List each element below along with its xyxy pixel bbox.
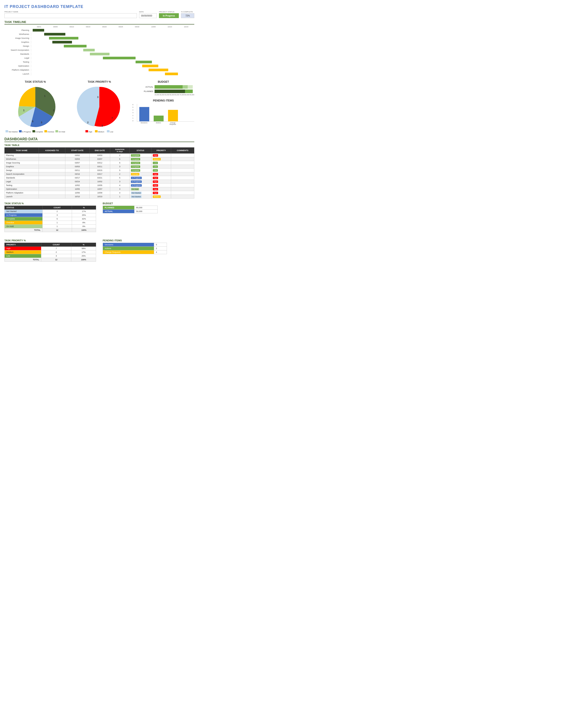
col-task-name: TASK NAME xyxy=(5,148,39,154)
status-legend: Not Started In Progress Complete Overdue… xyxy=(4,130,66,133)
table-row: Change Requests 4 xyxy=(103,250,167,254)
gantt-task-label: Wireframes xyxy=(4,33,31,35)
pending-chart: PENDING ITEMS 6543210 xyxy=(132,99,194,125)
task-status-chart: TASK STATUS % 1 2 1 3 5 Not Started In P… xyxy=(4,80,66,133)
budget-chart: BUDGET ACTUAL PLANNED 20,00030,00040,000… xyxy=(132,80,194,96)
gantt-row: Image Sourcing xyxy=(4,36,194,40)
gantt-row: Platform Adaptation xyxy=(4,68,194,72)
priority-col-count: COUNT xyxy=(41,243,71,247)
table-row: Graphics 03/03 03/11 3 Complete Low xyxy=(5,165,194,169)
gantt-bar xyxy=(49,37,78,39)
pending-section: PENDING ITEMS Decisions 5 Actions 2 Chan… xyxy=(103,239,194,265)
project-name-box[interactable] xyxy=(4,13,137,18)
gantt-task-label: Optimization xyxy=(4,65,31,67)
gantt-task-label: Standards xyxy=(4,53,31,55)
total-row: TOTAL 12 100% xyxy=(5,258,96,262)
svg-text:7: 7 xyxy=(111,117,113,119)
gantt-row: Design xyxy=(4,44,194,48)
table-row: Decisions 5 xyxy=(103,243,167,247)
table-row: Wireframes 03/03 03/07 5 Complete Medium xyxy=(5,157,194,161)
complete-label: % COMPLETE xyxy=(181,11,194,13)
table-row: Optimization 10/05 10/07 3 On Hold High xyxy=(5,187,194,191)
gantt-chart: 08/31 09/05 09/10 09/15 09/20 09/25 09/3… xyxy=(4,26,194,76)
task-priority-chart: TASK PRIORITY % 3 2 7 2 High Medium Low xyxy=(68,80,130,133)
table-row: Design 03/11 03/15 5 Complete Low xyxy=(5,169,194,172)
task-table: TASK NAME ASSIGNED TO START DATE END DAT… xyxy=(4,147,194,199)
status-col-count: COUNT xyxy=(42,206,72,210)
table-row: Legal 03/24 10/02 3 In Progress High xyxy=(5,180,194,184)
task-priority-table: PRIORITY COUNT % High 7 58% Medium 2 17%… xyxy=(4,243,96,262)
gantt-task-label: Design xyxy=(4,45,31,47)
budget-section-title: BUDGET xyxy=(103,202,194,205)
task-status-section-title: TASK STATUS % xyxy=(4,202,96,205)
task-priority-title: TASK PRIORITY % xyxy=(68,80,130,83)
table-row: PLANNED 80,000 xyxy=(103,206,158,210)
gantt-task-label: Graphics xyxy=(4,41,31,43)
table-row: Overdue 1 8% xyxy=(5,221,96,225)
gantt-task-label: Platform Adaptation xyxy=(4,69,31,71)
priority-col-pct: % xyxy=(71,243,96,247)
task-status-title: TASK STATUS % xyxy=(4,80,66,83)
table-row: Image Sourcing 03/07 03/12 6 Complete Lo… xyxy=(5,161,194,165)
status-col-pct: % xyxy=(72,206,96,210)
table-row: Standards 03/17 03/21 5 In Progress High xyxy=(5,176,194,180)
budget-table: PLANNED 80,000 ACTUAL 50,000 xyxy=(103,206,158,213)
date-value: 00/00/0000 xyxy=(139,13,157,18)
gantt-row: Optimization xyxy=(4,64,194,68)
task-priority-section: TASK PRIORITY % PRIORITY COUNT % High 7 … xyxy=(4,239,96,265)
col-status: STATUS xyxy=(129,148,151,154)
table-row: Planning 03/02 03/03 2 Complete High xyxy=(5,154,194,157)
gantt-bar xyxy=(83,49,95,51)
date-label: DATE xyxy=(139,11,157,13)
complete-value: 72% xyxy=(181,13,194,18)
dashboard-data-title: DASHBOARD DATA xyxy=(4,137,194,142)
task-status-table: STATUS COUNT % Not Started 2 17% In Prog… xyxy=(4,206,96,232)
gantt-row: Graphics xyxy=(4,40,194,44)
gantt-row: Legal xyxy=(4,56,194,60)
task-table-title: TASK TABLE xyxy=(4,144,194,146)
gantt-task-label: Testing xyxy=(4,61,31,63)
svg-text:2: 2 xyxy=(102,124,103,127)
table-row: Complete 5 42% xyxy=(5,217,96,221)
svg-text:1: 1 xyxy=(23,109,24,112)
table-row: Search Incorporation 03/16 03/17 2 Overd… xyxy=(5,172,194,176)
gantt-bar xyxy=(33,29,44,32)
budget-title: BUDGET xyxy=(132,80,194,83)
table-row: Not Started 2 17% xyxy=(5,210,96,213)
col-priority: PRIORITY xyxy=(151,148,171,154)
total-row: TOTAL 12 100% xyxy=(5,228,96,232)
svg-text:5: 5 xyxy=(32,120,33,123)
svg-text:2: 2 xyxy=(53,109,54,112)
gantt-bar xyxy=(148,69,168,71)
gantt-row: Search Incorporation xyxy=(4,48,194,52)
svg-text:3: 3 xyxy=(41,121,42,124)
task-priority-section-title: TASK PRIORITY % xyxy=(4,239,96,242)
project-name-label: PROJECT NAME xyxy=(4,11,137,13)
priority-col-priority: PRIORITY xyxy=(5,243,41,247)
table-row: Medium 2 17% xyxy=(5,250,96,254)
col-comments: COMMENTS xyxy=(171,148,194,154)
col-duration: DURATIONin days xyxy=(110,148,130,154)
status-label: PROJECT STATUS xyxy=(159,11,179,13)
gantt-bar xyxy=(44,33,65,36)
gantt-bar xyxy=(52,41,72,43)
main-title: IT PROJECT DASHBOARD TEMPLATE xyxy=(4,4,194,9)
budget-section: BUDGET PLANNED 80,000 ACTUAL 50,000 xyxy=(103,202,194,236)
col-assigned: ASSIGNED TO xyxy=(39,148,65,154)
col-start: START DATE xyxy=(65,148,89,154)
gantt-bar xyxy=(103,57,135,59)
col-end: END DATE xyxy=(89,148,110,154)
charts-row: TASK STATUS % 1 2 1 3 5 Not Started In P… xyxy=(4,80,194,133)
task-status-section: TASK STATUS % STATUS COUNT % Not Started… xyxy=(4,202,96,236)
table-row: In Progress 3 25% xyxy=(5,213,96,217)
table-row: Actions 2 xyxy=(103,247,167,250)
gantt-bar xyxy=(142,65,158,67)
gantt-task-label: Legal xyxy=(4,57,31,59)
svg-text:3: 3 xyxy=(97,96,98,98)
pending-title: PENDING ITEMS xyxy=(132,99,194,102)
pending-table: Decisions 5 Actions 2 Change Requests 4 xyxy=(103,243,167,254)
gantt-task-label: Planning xyxy=(4,29,31,31)
gantt-row: Wireframes xyxy=(4,32,194,36)
svg-text:2: 2 xyxy=(87,121,88,124)
gantt-row: Planning xyxy=(4,28,194,32)
